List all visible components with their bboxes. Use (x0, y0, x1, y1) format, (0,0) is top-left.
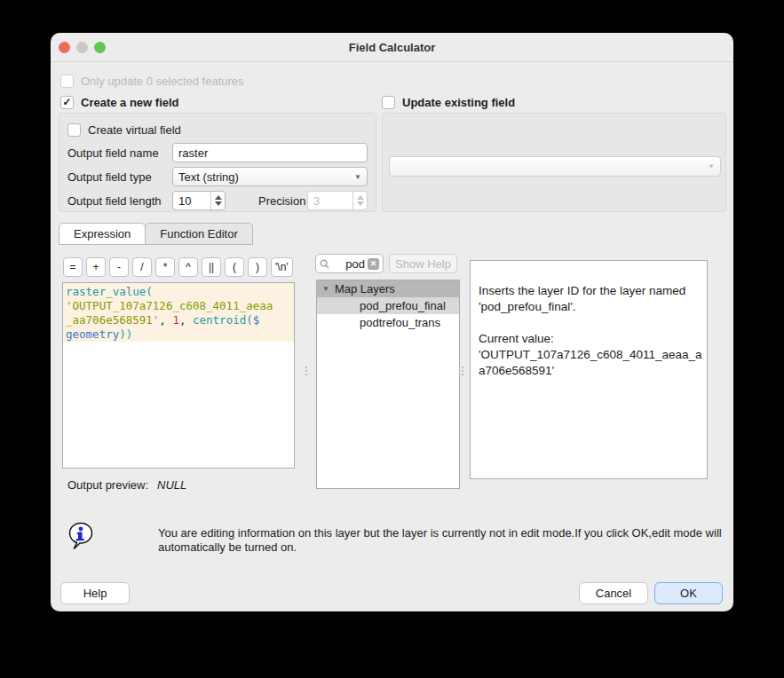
stepper-arrows-icon (352, 192, 367, 209)
window-title: Field Calculator (51, 41, 733, 54)
splitter-handle[interactable] (305, 367, 307, 375)
update-existing-field-checkbox[interactable]: Update existing field (382, 95, 515, 109)
precision-value: 3 (308, 192, 352, 209)
function-help-panel: Inserts the layer ID for the layer named… (470, 260, 708, 479)
operator-button[interactable]: - (109, 257, 129, 277)
checkmark-icon: ✓ (62, 97, 71, 107)
show-help-button: Show Help (389, 254, 457, 273)
tree-item-podtrefou_trans[interactable]: podtrefou_trans (317, 314, 459, 331)
tab-bar: ExpressionFunction Editor (59, 223, 252, 245)
operator-button[interactable]: + (86, 257, 106, 277)
operator-button[interactable]: || (202, 257, 221, 277)
search-icon (320, 259, 329, 269)
chevron-down-icon: ▼ (708, 162, 715, 170)
expression-code-line: _aa706e568591', 1, centroid($ (63, 313, 294, 327)
output-field-type-value: Text (string) (178, 170, 239, 184)
expression-code-line: geometry)) (63, 327, 294, 342)
create-new-field-checkbox[interactable]: ✓ Create a new field (60, 95, 179, 109)
cancel-button[interactable]: Cancel (579, 582, 648, 604)
precision-label: Precision (258, 194, 305, 208)
ok-button[interactable]: OK (654, 582, 723, 604)
desktop-background: Field Calculator Only update 0 selected … (0, 0, 784, 678)
output-field-type-label: Output field type (67, 170, 152, 184)
help-button[interactable]: Help (60, 582, 130, 604)
chevron-down-icon: ▼ (354, 173, 361, 181)
expand-triangle-icon[interactable]: ▼ (322, 285, 329, 293)
expression-code-line: raster_value( (63, 283, 294, 299)
operator-button[interactable]: = (63, 257, 83, 277)
expression-editor[interactable]: raster_value('OUTPUT_107a7126_c608_4011_… (62, 282, 295, 469)
function-search-input[interactable]: pod ✕ (315, 254, 384, 273)
existing-field-dropdown: ▼ (389, 156, 721, 177)
new-field-groupbox: Create virtual field Output field name r… (59, 113, 376, 212)
only-update-selected-checkbox: Only update 0 selected features (60, 74, 244, 88)
only-update-selected-label: Only update 0 selected features (81, 75, 244, 88)
operator-button[interactable]: / (132, 257, 152, 277)
create-virtual-field-checkbox[interactable]: Create virtual field (67, 122, 181, 137)
checkbox-box (60, 75, 74, 88)
checkbox-box[interactable]: ✓ (60, 96, 74, 109)
stepper-arrows-icon[interactable] (210, 192, 225, 209)
function-tree[interactable]: ▼ Map Layers pod_prefou_finalpodtrefou_t… (316, 280, 460, 489)
expression-code-line: 'OUTPUT_107a7126_c608_4011_aeaa (63, 299, 294, 313)
output-field-length-value: 10 (173, 192, 210, 209)
info-bubble-icon (68, 522, 93, 554)
output-preview-value: NULL (157, 478, 186, 492)
search-value: pod (332, 257, 365, 271)
tree-item-pod_prefou_final[interactable]: pod_prefou_final (317, 297, 459, 314)
output-field-length-spinner[interactable]: 10 (172, 191, 226, 210)
function-help-text: Inserts the layer ID for the layer named… (479, 284, 702, 377)
output-preview-label: Output preview: (67, 478, 148, 492)
operator-button[interactable]: '\n' (271, 257, 293, 277)
tree-group-label: Map Layers (335, 282, 395, 296)
output-preview: Output preview: NULL (67, 478, 186, 492)
update-existing-field-label: Update existing field (402, 96, 515, 109)
checkbox-box[interactable] (67, 123, 81, 137)
output-field-length-label: Output field length (67, 194, 162, 208)
operator-button[interactable]: ( (225, 257, 244, 277)
title-bar[interactable]: Field Calculator (51, 33, 733, 62)
operator-button-row: =+-/*^||()'\n' (63, 257, 293, 277)
operator-button[interactable]: * (155, 257, 175, 277)
output-field-name-value: raster (178, 146, 208, 160)
operator-button[interactable]: ) (248, 257, 267, 277)
output-field-name-input[interactable]: raster (172, 143, 368, 162)
clear-search-icon[interactable]: ✕ (368, 258, 379, 270)
field-calculator-dialog: Field Calculator Only update 0 selected … (51, 33, 733, 611)
existing-field-groupbox: ▼ (382, 113, 726, 212)
tree-group-map-layers[interactable]: ▼ Map Layers (317, 280, 459, 297)
precision-spinner: 3 (307, 191, 368, 210)
splitter-handle[interactable] (462, 367, 463, 375)
edit-mode-message: You are editing information on this laye… (158, 526, 733, 555)
checkbox-box[interactable] (382, 96, 395, 109)
output-field-type-dropdown[interactable]: Text (string) ▼ (172, 167, 368, 186)
create-new-field-label: Create a new field (81, 96, 179, 109)
output-field-name-label: Output field name (67, 146, 159, 160)
tab-function-editor[interactable]: Function Editor (145, 223, 252, 245)
tab-expression[interactable]: Expression (59, 223, 146, 245)
operator-button[interactable]: ^ (178, 257, 198, 277)
create-virtual-field-label: Create virtual field (88, 123, 181, 137)
